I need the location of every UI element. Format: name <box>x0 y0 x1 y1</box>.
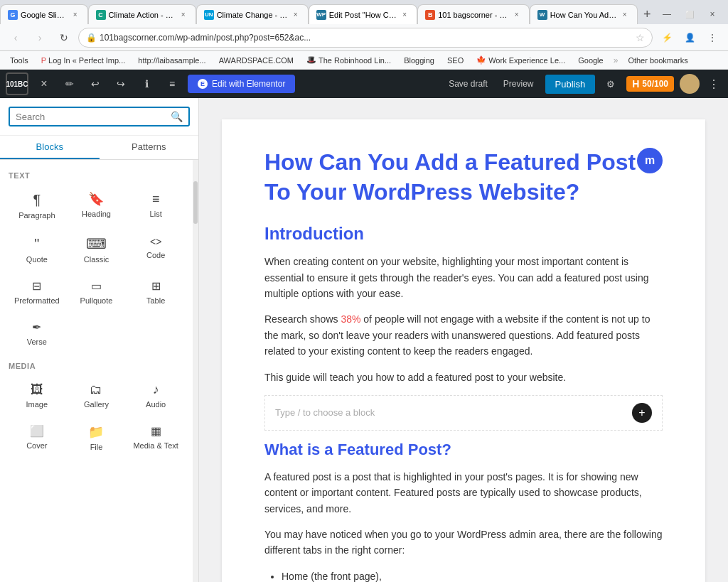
tools-button[interactable]: ≡ <box>162 74 182 94</box>
bookmark-robin[interactable]: 🎩 The Robinhood Lin... <box>302 54 395 66</box>
block-classic[interactable]: ⌨ Classic <box>68 230 125 271</box>
bookmark-label: Other bookmarks <box>628 56 687 65</box>
sidebar-search-area: 🔍 <box>0 98 198 136</box>
bookmark-icon: 🍁 <box>476 55 486 65</box>
bookmark-login[interactable]: P Log In « Perfect Imp... <box>37 55 130 66</box>
bookmark-google[interactable]: Google <box>574 55 607 66</box>
block-paragraph[interactable]: ¶ Paragraph <box>9 185 65 227</box>
block-quote[interactable]: " Quote <box>9 230 65 271</box>
reload-button[interactable]: ↻ <box>54 28 74 48</box>
bookmarks-overflow: » <box>614 55 619 65</box>
save-draft-button[interactable]: Save draft <box>444 76 492 92</box>
bookmark-tools[interactable]: Tools <box>6 55 33 66</box>
bookmark-award[interactable]: AWARDSPACE.COM <box>215 55 298 66</box>
undo-button[interactable]: ↩ <box>85 74 105 94</box>
block-heading[interactable]: 🔖 Heading <box>68 185 125 227</box>
tab-climate-action[interactable]: C Climate Action - G... × <box>88 4 196 24</box>
tab-climate-change[interactable]: UN Climate Change - L... × <box>196 4 309 24</box>
maximize-button[interactable]: ⬜ <box>680 4 700 24</box>
media-text-icon: ▦ <box>151 426 161 437</box>
tab-title: Google Slides <box>21 11 68 19</box>
bookmark-label: AWARDSPACE.COM <box>219 56 294 65</box>
user-avatar[interactable] <box>680 74 700 94</box>
bookmark-seo[interactable]: SEO <box>443 55 468 66</box>
sidebar-scroll-thumb[interactable] <box>193 181 198 224</box>
block-label: Audio <box>146 400 166 409</box>
seo-letter: H <box>632 78 639 90</box>
block-table[interactable]: ⊞ Table <box>127 274 184 312</box>
introduction-heading[interactable]: Introduction <box>264 224 663 244</box>
extensions-button[interactable]: ⚡ <box>657 28 677 48</box>
sidebar-scrollbar[interactable] <box>193 160 198 582</box>
content-area[interactable]: How Can You Add a Featured Post To Your … <box>199 98 728 582</box>
block-list[interactable]: ≡ List <box>127 185 184 227</box>
browser-menu-button[interactable]: ⋮ <box>702 28 722 48</box>
tab-how-can[interactable]: W How Can You Add... × <box>530 4 638 24</box>
pen-tool[interactable]: ✏ <box>60 74 80 94</box>
tab-blocks[interactable]: Blocks <box>0 136 100 159</box>
tab-close[interactable]: × <box>512 10 522 20</box>
section2-heading[interactable]: What is a Featured Post? <box>264 441 663 459</box>
settings-gear-icon[interactable]: ⚙ <box>601 74 621 94</box>
block-media-text[interactable]: ▦ Media & Text <box>127 419 184 458</box>
browser-chrome: G Google Slides × C Climate Action - G..… <box>0 0 728 70</box>
tab-edit-post[interactable]: WP Edit Post "How Ca... × <box>309 4 418 24</box>
block-placeholder[interactable]: Type / to choose a block + <box>264 395 663 431</box>
info-button[interactable]: ℹ <box>136 74 156 94</box>
search-box[interactable]: 🔍 <box>9 107 190 126</box>
star-icon[interactable]: ☆ <box>636 32 645 43</box>
tab-close[interactable]: × <box>291 10 301 20</box>
back-button[interactable]: ‹ <box>6 28 26 48</box>
more-options-button[interactable]: ⋮ <box>705 77 722 91</box>
tab-close[interactable]: × <box>178 10 188 20</box>
text-section-label: TEXT <box>9 171 184 180</box>
preview-button[interactable]: Preview <box>498 76 540 92</box>
cover-icon: ⬜ <box>30 426 44 437</box>
tab-close[interactable]: × <box>70 10 80 20</box>
tab-close[interactable]: × <box>400 10 410 20</box>
tab-close[interactable]: × <box>620 10 630 20</box>
profile-button[interactable]: 👤 <box>680 28 700 48</box>
bookmark-blogging[interactable]: Blogging <box>400 55 439 66</box>
close-window-button[interactable]: × <box>702 4 722 24</box>
search-input[interactable] <box>16 112 166 122</box>
intro-paragraph-1: When creating content on your website, h… <box>264 254 663 301</box>
wp-logo[interactable]: 101BC <box>6 72 28 95</box>
tab-title: 101 bagscorner - C... <box>438 11 508 19</box>
bookmark-work[interactable]: 🍁 Work Experience Le... <box>472 54 569 66</box>
block-cover[interactable]: ⬜ Cover <box>9 419 65 458</box>
block-label: Table <box>146 296 165 305</box>
file-icon: 📁 <box>88 426 104 438</box>
block-label: Cover <box>26 441 47 450</box>
block-pullquote[interactable]: ▭ Pullquote <box>68 274 125 312</box>
address-text: 101bagscorner.com/wp-admin/post.php?post… <box>100 33 633 43</box>
address-bar[interactable]: 🔒 101bagscorner.com/wp-admin/post.php?po… <box>78 28 653 48</box>
bookmark-other[interactable]: Other bookmarks <box>623 55 692 66</box>
add-block-button[interactable]: + <box>632 403 652 423</box>
tab-google-slides[interactable]: G Google Slides × <box>0 4 88 24</box>
tab-patterns[interactable]: Patterns <box>100 136 199 159</box>
block-label: Code <box>146 251 165 259</box>
new-tab-button[interactable]: + <box>638 4 657 24</box>
bookmark-icon: 🎩 <box>306 55 316 65</box>
block-gallery[interactable]: 🗂 Gallery <box>68 376 125 416</box>
minimize-button[interactable]: — <box>657 4 677 24</box>
seo-score-badge[interactable]: H 50/100 <box>626 76 674 92</box>
post-title[interactable]: How Can You Add a Featured Post To Your … <box>264 148 663 207</box>
bookmark-laiba[interactable]: http://laibasample... <box>134 55 210 66</box>
publish-button[interactable]: Publish <box>545 75 596 94</box>
forward-button[interactable]: › <box>30 28 50 48</box>
block-image[interactable]: 🖼 Image <box>9 376 65 416</box>
block-code[interactable]: <> Code <box>127 230 184 271</box>
block-preformatted[interactable]: ⊟ Preformatted <box>9 274 65 312</box>
block-audio[interactable]: ♪ Audio <box>127 376 184 416</box>
verse-icon: ✒ <box>32 322 41 333</box>
tab-bags[interactable]: B 101 bagscorner - C... × <box>417 4 529 24</box>
block-verse[interactable]: ✒ Verse <box>9 315 65 353</box>
close-editor-button[interactable]: × <box>34 74 54 94</box>
redo-button[interactable]: ↪ <box>111 74 131 94</box>
bookmark-label: http://laibasample... <box>138 56 205 65</box>
elementor-button[interactable]: E Edit with Elementor <box>188 75 295 93</box>
bookmark-label: Tools <box>10 56 28 65</box>
block-file[interactable]: 📁 File <box>68 419 125 458</box>
